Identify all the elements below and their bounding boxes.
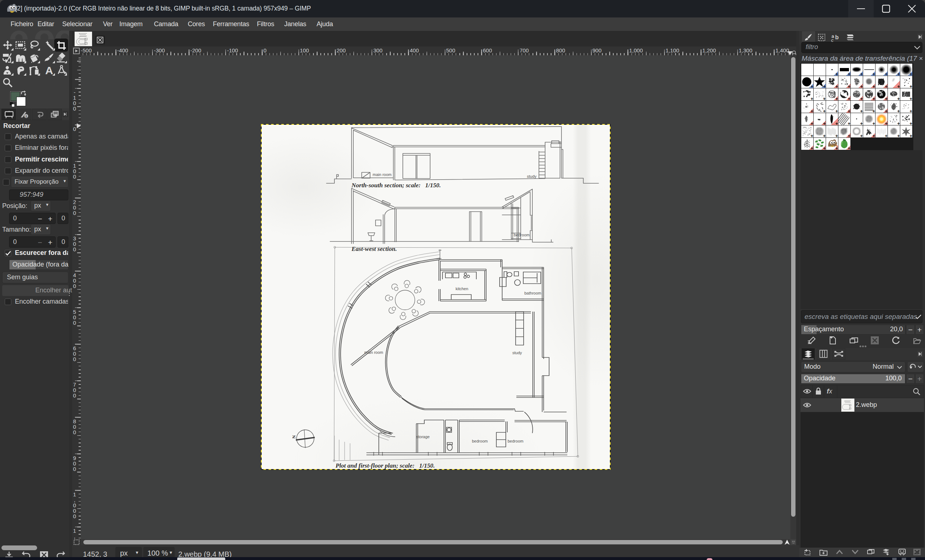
svg-text:Plot and first-floor plan; sca: Plot and first-floor plan; scale: 1/150. (335, 462, 435, 469)
svg-text:study: study (527, 174, 537, 179)
svg-text:main room: main room (373, 173, 392, 177)
svg-text:bedroom: bedroom (472, 439, 488, 443)
svg-text:study: study (512, 351, 522, 355)
svg-text:A: A (45, 65, 53, 75)
svg-text:bedroom: bedroom (508, 439, 523, 443)
svg-text:N: N (291, 435, 297, 438)
svg-text:North-south section; scale:: North-south section; scale: 1/150. (351, 182, 441, 189)
svg-text:bathroom: bathroom (524, 291, 541, 295)
svg-text:i: i (26, 114, 27, 118)
svg-text:main room: main room (364, 350, 383, 354)
svg-text:kitchen: kitchen (456, 287, 469, 291)
svg-text:East-west section.: East-west section. (351, 245, 397, 252)
svg-text:storage: storage (416, 435, 430, 439)
svg-text:bedroom: bedroom (514, 233, 529, 237)
